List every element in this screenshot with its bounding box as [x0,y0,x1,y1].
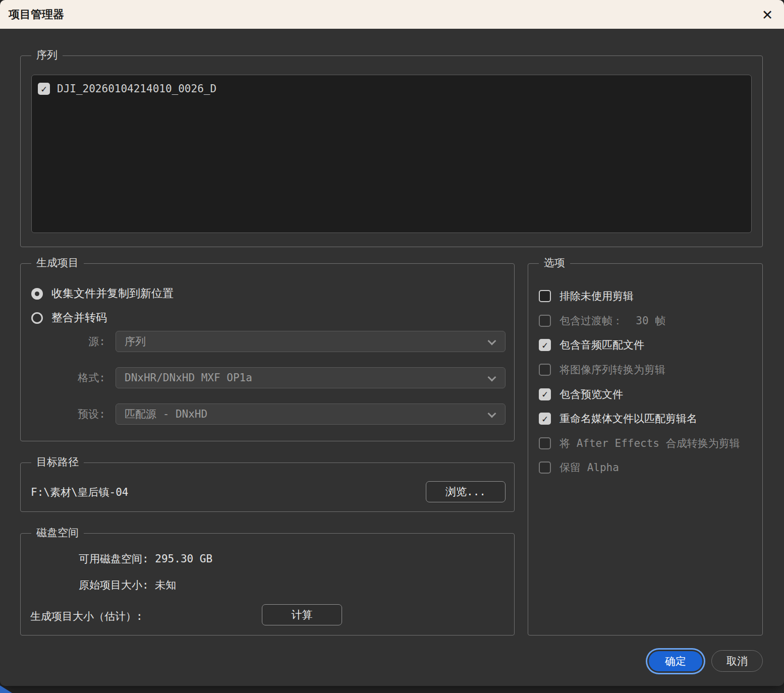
original-size-value: 未知 [155,579,176,591]
source-row: 源: 序列 [51,331,506,352]
ok-button[interactable]: 确定 [649,651,702,671]
check-icon: ✓ [542,389,547,399]
format-select[interactable]: DNxHR/DNxHD MXF OP1a [116,367,506,388]
resulting-size-label: 生成项目大小（估计）: [30,609,143,623]
radio-unselected-icon[interactable] [31,312,43,324]
option-exclude-unused-clips[interactable]: ✓ 排除未使用剪辑 [539,284,757,309]
checkbox-checked-icon[interactable]: ✓ [539,339,551,351]
background-app-corner [0,685,12,693]
chevron-down-icon [488,410,496,418]
resulting-project-group-label: 生成项目 [31,256,84,270]
checkbox-disabled-icon: ✓ [539,315,551,327]
mode-consolidate-transcode[interactable]: 整合并转码 [31,310,107,325]
option-include-preview-files[interactable]: ✓ 包含预览文件 [539,382,757,407]
resulting-project-group: 生成项目 收集文件并复制到新位置 整合并转码 源: 序列 格式: DNxHR/D… [20,263,515,441]
check-icon: ✓ [542,340,547,350]
source-label: 源: [51,334,105,349]
disk-space-group-label: 磁盘空间 [31,526,84,540]
mode-consolidate-transcode-label: 整合并转码 [51,310,107,325]
radio-selected-icon[interactable] [31,288,43,300]
preset-label: 预设: [51,407,105,421]
sequences-group-label: 序列 [31,48,63,62]
destination-path: F:\素材\皇后镇-04 [31,485,129,499]
project-manager-dialog: 项目管理器 ✕ 序列 ✓ DJI_20260104214010_0026_D 生… [0,0,784,686]
options-list: ✓ 排除未使用剪辑 ✓ 包含过渡帧： 30 帧 ✓ 包含音频匹配文件 ✓ 将图像… [539,284,757,480]
browse-button[interactable]: 浏览... [426,481,506,502]
preset-select[interactable]: 匹配源 - DNxHD [116,403,506,425]
option-preserve-alpha: ✓ 保留 Alpha [539,455,757,480]
format-row: 格式: DNxHR/DNxHD MXF OP1a [51,367,506,388]
preset-select-value: 匹配源 - DNxHD [125,407,207,421]
format-select-value: DNxHR/DNxHD MXF OP1a [125,372,252,384]
chevron-down-icon [488,373,496,382]
sequence-list-item[interactable]: ✓ DJI_20260104214010_0026_D [38,80,745,97]
mode-collect-files-label: 收集文件并复制到新位置 [51,286,174,301]
checkbox-checked-icon[interactable]: ✓ [539,388,551,400]
disk-space-group: 磁盘空间 可用磁盘空间: 295.30 GB 原始项目大小: 未知 生成项目大小… [20,533,515,636]
check-icon: ✓ [542,414,547,424]
mode-collect-files[interactable]: 收集文件并复制到新位置 [31,286,174,301]
original-size-row: 原始项目大小: 未知 [79,578,176,592]
cancel-button[interactable]: 取消 [711,650,763,672]
checkbox-disabled-icon: ✓ [539,364,551,376]
original-size-label: 原始项目大小: [79,579,149,591]
sequence-name: DJI_20260104214010_0026_D [57,83,216,95]
available-space-label: 可用磁盘空间: [79,553,149,565]
option-convert-ae-comps: ✓ 将 After Effects 合成转换为剪辑 [539,431,757,456]
format-label: 格式: [51,371,105,385]
calculate-button[interactable]: 计算 [262,604,342,625]
available-space-value: 295.30 GB [155,553,212,565]
options-group: 选项 ✓ 排除未使用剪辑 ✓ 包含过渡帧： 30 帧 ✓ 包含音频匹配文件 ✓ … [528,263,763,636]
option-rename-media-files[interactable]: ✓ 重命名媒体文件以匹配剪辑名 [539,407,757,431]
options-group-label: 选项 [539,256,570,270]
dialog-title: 项目管理器 [9,7,64,22]
check-icon: ✓ [41,84,46,94]
checkbox-checked-icon[interactable]: ✓ [539,413,551,425]
available-space-row: 可用磁盘空间: 295.30 GB [79,552,212,566]
checkbox-unchecked-icon[interactable]: ✓ [539,290,551,302]
chevron-down-icon [488,337,496,345]
sequence-checkbox[interactable]: ✓ [38,83,50,95]
option-include-handles: ✓ 包含过渡帧： 30 帧 [539,309,757,333]
checkbox-disabled-icon: ✓ [539,461,551,474]
sequences-group: 序列 ✓ DJI_20260104214010_0026_D [20,55,763,247]
sequence-listbox[interactable]: ✓ DJI_20260104214010_0026_D [31,75,752,233]
close-icon[interactable]: ✕ [758,5,777,24]
destination-group: 目标路径 F:\素材\皇后镇-04 浏览... [20,463,515,512]
checkbox-disabled-icon: ✓ [539,437,551,449]
source-select[interactable]: 序列 [116,331,506,352]
option-include-audio-conform-files[interactable]: ✓ 包含音频匹配文件 [539,333,757,358]
preset-row: 预设: 匹配源 - DNxHD [51,403,506,425]
destination-group-label: 目标路径 [31,455,84,469]
option-convert-image-sequences: ✓ 将图像序列转换为剪辑 [539,358,757,382]
titlebar: 项目管理器 ✕ [0,0,784,29]
source-select-value: 序列 [125,334,146,349]
